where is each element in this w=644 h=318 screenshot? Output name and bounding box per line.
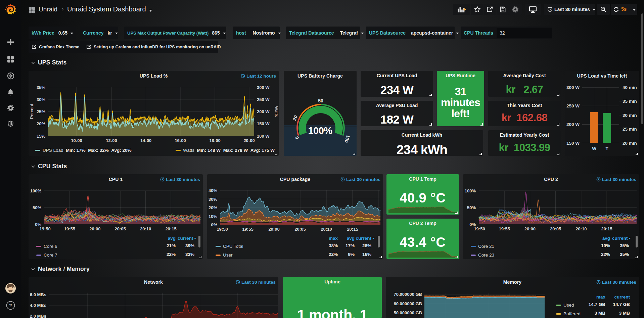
svg-text:35 min: 35 min — [623, 99, 637, 104]
svg-text:16:00: 16:00 — [175, 138, 186, 143]
svg-text:100%: 100% — [465, 188, 476, 193]
svg-text:60.000000 GB: 60.000000 GB — [394, 301, 422, 306]
svg-text:Watts: Watts — [274, 106, 279, 117]
svg-text:20:05: 20:05 — [550, 226, 561, 231]
svg-text:50%: 50% — [467, 205, 476, 210]
svg-text:100 W: 100 W — [257, 134, 270, 139]
svg-text:20:00: 20:00 — [89, 226, 100, 231]
svg-text:100%: 100% — [30, 188, 42, 193]
svg-text:19:55: 19:55 — [242, 227, 253, 232]
svg-text:50: 50 — [318, 98, 323, 103]
svg-text:Percent: Percent — [29, 104, 34, 119]
svg-text:4.0 MBs: 4.0 MBs — [30, 303, 46, 308]
svg-text:250 W: 250 W — [257, 97, 270, 102]
svg-text:20:15: 20:15 — [601, 226, 612, 231]
svg-text:40%: 40% — [209, 188, 217, 193]
svg-text:10:00: 10:00 — [71, 138, 82, 143]
svg-text:150 W: 150 W — [257, 121, 270, 126]
svg-text:40 min: 40 min — [623, 85, 637, 90]
svg-text:18:00: 18:00 — [209, 138, 220, 143]
svg-text:?: ? — [9, 303, 12, 308]
svg-text:50%: 50% — [33, 205, 41, 210]
svg-text:10%: 10% — [209, 214, 217, 219]
svg-text:15%: 15% — [37, 134, 45, 139]
svg-text:20:05: 20:05 — [294, 227, 306, 232]
svg-text:20:15: 20:15 — [347, 227, 358, 232]
svg-text:20:05: 20:05 — [115, 226, 126, 231]
svg-text:19:55: 19:55 — [64, 226, 75, 231]
svg-text:W: W — [592, 146, 596, 151]
svg-text:200 W: 200 W — [566, 122, 580, 127]
svg-text:70.000000 GB: 70.000000 GB — [394, 292, 422, 297]
svg-text:20: 20 — [291, 114, 298, 121]
svg-text:6.0 MBs: 6.0 MBs — [30, 292, 46, 297]
svg-text:200 W: 200 W — [257, 109, 270, 114]
svg-text:150 W: 150 W — [566, 141, 580, 146]
svg-text:20:10: 20:10 — [576, 226, 587, 231]
svg-text:T: T — [605, 146, 608, 151]
svg-text:20:00: 20:00 — [524, 226, 536, 231]
svg-text:19:55: 19:55 — [499, 226, 510, 231]
svg-text:20:10: 20:10 — [140, 226, 151, 231]
svg-text:14:00: 14:00 — [140, 138, 151, 143]
svg-text:20 min: 20 min — [623, 141, 637, 146]
svg-text:30 min: 30 min — [623, 113, 637, 118]
svg-text:20%: 20% — [209, 205, 217, 210]
svg-text:19:50: 19:50 — [39, 226, 50, 231]
svg-text:19:50: 19:50 — [217, 227, 228, 232]
svg-text:300 W: 300 W — [566, 85, 580, 90]
svg-text:30%: 30% — [37, 97, 45, 102]
svg-text:50.000000 GB: 50.000000 GB — [394, 310, 422, 315]
svg-text:19:50: 19:50 — [474, 226, 485, 231]
svg-text:250 W: 250 W — [566, 103, 580, 108]
svg-text:35%: 35% — [37, 85, 45, 90]
svg-text:20%: 20% — [37, 121, 45, 126]
svg-text:20:00: 20:00 — [268, 227, 279, 232]
svg-text:2.0 MBs: 2.0 MBs — [30, 314, 46, 318]
svg-text:20:00: 20:00 — [243, 138, 255, 143]
svg-text:25 min: 25 min — [623, 127, 637, 132]
svg-text:300 W: 300 W — [257, 85, 270, 90]
svg-text:20:10: 20:10 — [321, 227, 332, 232]
svg-text:30%: 30% — [209, 197, 217, 202]
svg-text:25%: 25% — [37, 109, 45, 114]
svg-text:12:00: 12:00 — [106, 138, 117, 143]
svg-text:20:15: 20:15 — [165, 226, 176, 231]
